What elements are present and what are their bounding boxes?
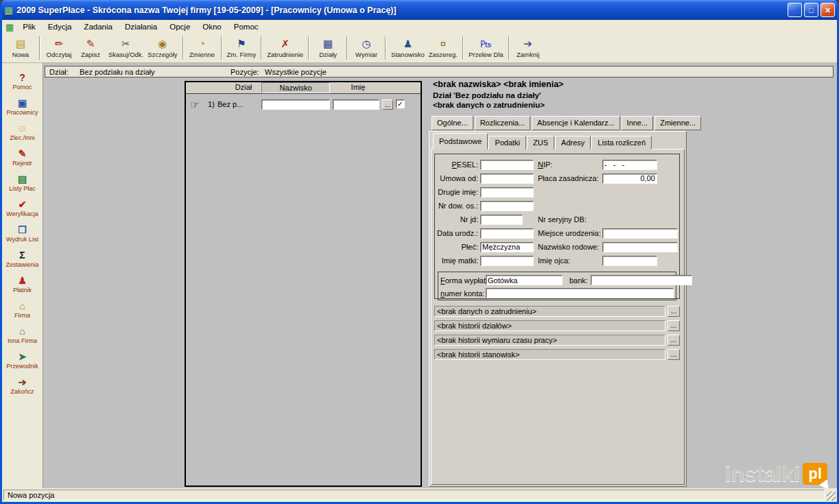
table-row[interactable]: ☞ 1) Bez p... ... ✓ bbox=[186, 99, 421, 111]
details-icon: ◉ bbox=[158, 38, 167, 49]
drugie-imie-input[interactable] bbox=[480, 187, 534, 197]
menu-item-edycja[interactable]: Edycja bbox=[42, 21, 78, 32]
row-active-checkbox[interactable]: ✓ bbox=[396, 99, 405, 108]
sidebar-item-listy-p-ac[interactable]: ▤Listy Płac bbox=[2, 170, 43, 195]
nazwisko-rodowe-input[interactable] bbox=[602, 242, 678, 252]
minimize-button[interactable]: _ bbox=[788, 3, 802, 17]
history-more-button[interactable]: ... bbox=[667, 335, 680, 346]
menu-item-pomoc[interactable]: Pomoc bbox=[228, 21, 265, 32]
bank-input[interactable] bbox=[591, 275, 692, 285]
sidebar-item-wydruk-list[interactable]: ❐Wydruk List bbox=[2, 221, 43, 246]
nr-jd-input[interactable] bbox=[480, 215, 523, 225]
tab-podstawowe[interactable]: Podstawowe bbox=[433, 133, 488, 149]
sidebar-item-przewodnik[interactable]: ➤Przewodnik bbox=[2, 348, 43, 373]
numer-konta-input[interactable] bbox=[486, 288, 674, 298]
resize-grip[interactable] bbox=[827, 492, 836, 501]
toolbar-button-zmienne[interactable]: ◔Zmienne bbox=[187, 34, 218, 62]
sidebar-item-pomoc[interactable]: ?Pomoc bbox=[2, 69, 43, 94]
menu-item-zadania[interactable]: Zadania bbox=[78, 21, 119, 32]
tab-absencje-i-kalendarz[interactable]: Absencje i Kalendarz... bbox=[532, 116, 620, 130]
tab-lista-rozlicze[interactable]: Lista rozliczeń bbox=[591, 136, 652, 149]
tab-og-lne[interactable]: Ogólne... bbox=[432, 116, 473, 130]
toolbar-button-dzia-y[interactable]: ▦Działy bbox=[312, 34, 344, 62]
column-header-imie[interactable]: Imię bbox=[331, 83, 385, 91]
toolbar-button-zapisz[interactable]: ✎Zapisz bbox=[75, 34, 106, 62]
column-header-nazwisko[interactable]: Nazwisko bbox=[261, 82, 330, 93]
toolbar-button-zatrudnienie[interactable]: ✗Zatrudnienie bbox=[265, 34, 305, 62]
history-more-button[interactable]: ... bbox=[667, 349, 680, 360]
tab-zus[interactable]: ZUS bbox=[527, 136, 554, 149]
sidebar-item-zestawienia[interactable]: ΣZestawienia bbox=[2, 246, 43, 272]
toolbar-button-odczytaj[interactable]: ✏Odczytaj bbox=[43, 34, 75, 62]
toolbar-button-label: Odczytaj bbox=[47, 51, 72, 58]
sidebar-item-label: Zestawienia bbox=[5, 261, 38, 268]
toolbar-button-przelew-dla[interactable]: ₧Przelew Dla bbox=[466, 34, 506, 62]
sidebar-item-firma[interactable]: ⌂Firma bbox=[2, 297, 43, 322]
toolbar-button-wymiar[interactable]: ◷Wymiar bbox=[351, 34, 382, 62]
toolbar-button-zaszereg[interactable]: ¤Zaszereg. bbox=[427, 34, 460, 62]
menu-item-plik[interactable]: Plik bbox=[16, 21, 42, 32]
plec-combo[interactable] bbox=[480, 242, 534, 252]
umowa-od-input[interactable] bbox=[480, 173, 534, 184]
tab-rozliczenia[interactable]: Rozliczenia... bbox=[475, 116, 530, 130]
sidebar-item-label: Listy Płac bbox=[9, 185, 36, 192]
close-button[interactable]: × bbox=[820, 3, 835, 17]
tab-podatki[interactable]: Podatki bbox=[488, 136, 526, 149]
save-icon: ✎ bbox=[86, 38, 95, 49]
imie-ojca-input[interactable] bbox=[602, 256, 657, 266]
data-urodz-input[interactable] bbox=[480, 228, 534, 239]
toolbar-button-zamknij[interactable]: ➔Zamknij bbox=[512, 34, 544, 62]
sidebar-item-inna-firma[interactable]: ⌂Inna Firma bbox=[2, 322, 43, 348]
restore-button[interactable]: □ bbox=[804, 3, 818, 17]
tab-inne[interactable]: Inne... bbox=[622, 116, 654, 130]
pesel-input[interactable] bbox=[480, 160, 534, 170]
imie-input[interactable] bbox=[333, 99, 379, 110]
imie-matki-input[interactable] bbox=[480, 256, 534, 266]
pozycje-filter-value[interactable]: Wszystkie pozycje bbox=[265, 68, 327, 76]
sidebar-item-zlec-inni[interactable]: ☺Zlec./Inni bbox=[2, 119, 43, 145]
watermark-tld-box: pl bbox=[803, 463, 827, 485]
tab-page: PodstawowePodatkiZUSAdresyLista rozlicze… bbox=[429, 131, 687, 487]
sidebar-item-weryfikacja[interactable]: ✔Weryfikacja bbox=[2, 195, 43, 221]
column-header-dzial[interactable]: Dział bbox=[226, 83, 261, 91]
sidebar-item-zako-cz[interactable]: ➔Zakończ bbox=[2, 373, 43, 398]
platnik-icon: ♟ bbox=[18, 275, 27, 286]
dzial-filter-value[interactable]: Bez podziału na działy bbox=[80, 68, 154, 76]
placa-input[interactable] bbox=[602, 173, 657, 184]
toolbar-separator bbox=[182, 36, 184, 60]
sidebar-item-p-atnik[interactable]: ♟Płatnik bbox=[2, 272, 43, 297]
toolbar-button-nowa[interactable]: ▤Nowa bbox=[5, 34, 36, 62]
sidebar-item-rejestr[interactable]: ✎Rejestr bbox=[2, 145, 43, 170]
sidebar-item-pracownicy[interactable]: ▣Pracownicy bbox=[2, 94, 43, 119]
history-bar: <brak danych o zatrudnieniu> bbox=[434, 306, 665, 317]
history-more-button[interactable]: ... bbox=[667, 320, 680, 331]
miejsce-urodzenia-input[interactable] bbox=[602, 228, 678, 239]
toolbar-button-label: Zamknij bbox=[517, 51, 539, 58]
menu-app-icon[interactable]: ▦ bbox=[5, 22, 14, 32]
toolbar-button-skasuj-odk[interactable]: ✂Skasuj/Odk. bbox=[106, 34, 145, 62]
forma-wyplat-combo[interactable] bbox=[486, 275, 563, 285]
toolbar-button-zm-firmy[interactable]: ⚑Zm. Firmy bbox=[225, 34, 259, 62]
menu-item-okno[interactable]: Okno bbox=[196, 21, 228, 32]
sidebar-item-label: Firma bbox=[14, 312, 30, 319]
personal-data-form: PESEL: NIP: Umowa od: Płaca zasadnicza: … bbox=[434, 154, 680, 299]
nip-input[interactable] bbox=[602, 160, 657, 170]
tab-zmienne[interactable]: Zmienne... bbox=[654, 116, 701, 130]
nr-dow-input[interactable] bbox=[480, 201, 534, 211]
history-more-button[interactable]: ... bbox=[667, 306, 680, 317]
toolbar-separator bbox=[346, 36, 348, 60]
row-dzial-text: Bez p... bbox=[217, 100, 243, 108]
menu-item-opcje[interactable]: Opcje bbox=[163, 21, 196, 32]
toolbar-button-stanowisko[interactable]: ♟Stanowisko bbox=[389, 34, 427, 62]
menu-item-dzia-ania[interactable]: Działania bbox=[119, 21, 163, 32]
nazwisko-input[interactable] bbox=[261, 99, 330, 110]
umowa-od-label: Umowa od: bbox=[436, 174, 480, 182]
history-row: <brak historii stanowisk>... bbox=[434, 349, 680, 360]
toolbar-button-szczeg-y[interactable]: ◉Szczegóły bbox=[145, 34, 179, 62]
tab-adresy[interactable]: Adresy bbox=[555, 136, 591, 149]
row-more-button[interactable]: ... bbox=[382, 99, 393, 110]
main-area: Dział: Bez podziału na działy Pozycje: W… bbox=[43, 63, 837, 488]
titlebar[interactable]: ▦ 2009 SuperPłace - Skrócona nazwa Twoje… bbox=[0, 0, 839, 20]
status-text: Nowa pozycja bbox=[8, 491, 54, 499]
menu-items: PlikEdycjaZadaniaDziałaniaOpcjeOknoPomoc bbox=[16, 21, 264, 32]
